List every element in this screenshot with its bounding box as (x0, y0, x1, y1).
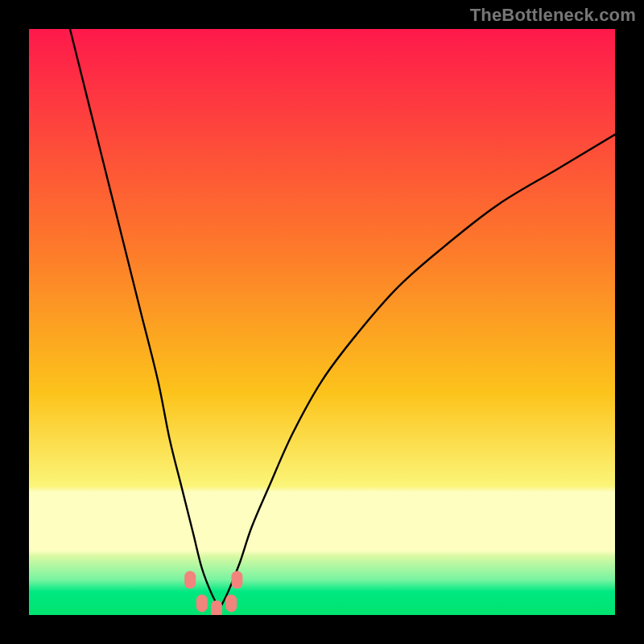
gradient-background (29, 29, 615, 615)
marker-dot (231, 571, 242, 588)
bottleneck-plot (29, 29, 615, 615)
marker-dot (196, 594, 208, 612)
marker-dot (184, 571, 196, 588)
outer-frame: TheBottleneck.com (0, 0, 644, 644)
watermark-text: TheBottleneck.com (470, 5, 636, 26)
marker-dot (225, 594, 237, 612)
marker-dot (211, 601, 222, 615)
